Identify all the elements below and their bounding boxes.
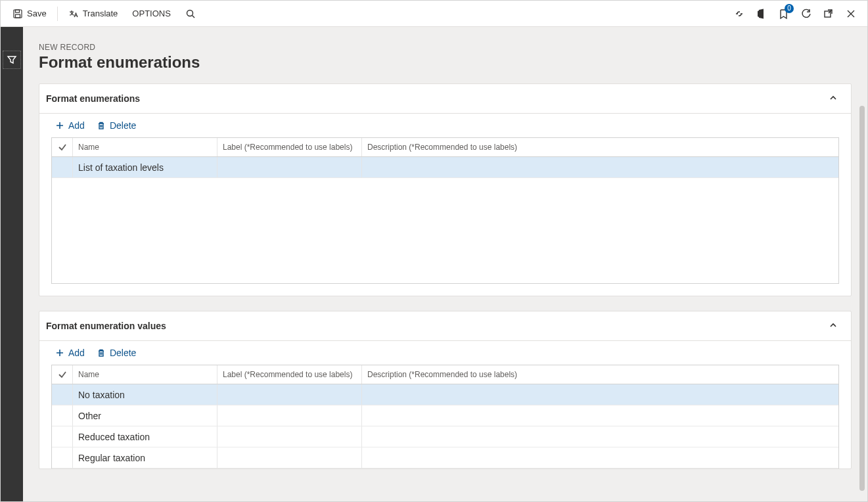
delete-button[interactable]: Delete [97,348,136,358]
cell-label[interactable] [217,426,362,447]
table-row[interactable]: List of taxation levels [52,157,838,178]
column-label[interactable]: Label (*Recommended to use labels) [217,365,362,384]
cell-description[interactable] [362,426,566,447]
cell-label[interactable] [217,157,362,177]
toolbar-left: Save Translate OPTIONS [6,1,202,27]
left-sidebar [1,27,23,501]
supertitle: NEW RECORD [39,43,852,52]
column-description[interactable]: Description (*Recommended to use labels) [362,365,566,384]
row-select-cell[interactable] [52,157,73,177]
table-row[interactable]: Regular taxation [52,447,838,468]
panel-title: Format enumerations [46,93,140,104]
column-select[interactable] [52,138,73,156]
cell-description[interactable] [362,447,566,468]
panel-header[interactable]: Format enumeration values [39,311,851,341]
table-row[interactable]: No taxation [52,384,838,405]
cell-name[interactable]: Other [73,405,217,426]
panel-toolbar: Add Delete [39,341,851,365]
office-icon[interactable] [756,8,767,20]
cell-description[interactable] [362,157,566,177]
save-label: Save [27,9,47,18]
cell-name[interactable]: List of taxation levels [73,157,217,177]
table-row[interactable]: Reduced taxation [52,426,838,447]
translate-button[interactable]: Translate [62,1,125,27]
add-label: Add [68,348,85,358]
notifications-icon[interactable]: 0 [778,8,790,20]
column-name[interactable]: Name [73,365,217,384]
cell-name[interactable]: No taxation [73,384,217,405]
cell-label[interactable] [217,405,362,426]
row-select-cell[interactable] [52,384,73,405]
close-icon[interactable] [845,8,857,20]
grid-header: Name Label (*Recommended to use labels) … [52,138,838,157]
translate-label: Translate [83,9,118,18]
options-label: OPTIONS [132,9,171,18]
svg-point-3 [187,10,193,16]
scrollbar[interactable] [859,106,865,491]
app-window: Save Translate OPTIONS [0,0,868,502]
cell-label[interactable] [217,384,362,405]
grid-body: List of taxation levels [52,157,838,283]
delete-label: Delete [110,120,136,131]
row-select-cell[interactable] [52,405,73,426]
app-toolbar: Save Translate OPTIONS [1,1,867,27]
panel-header[interactable]: Format enumerations [39,84,851,114]
row-select-cell[interactable] [52,447,73,468]
grid-body: No taxation Other Reduced taxa [52,384,838,468]
grid-header: Name Label (*Recommended to use labels) … [52,365,838,384]
search-button[interactable] [179,1,202,27]
panel-toolbar: Add Delete [39,114,851,137]
column-select[interactable] [52,365,73,384]
refresh-icon[interactable] [800,8,812,20]
panel-format-enumerations: Format enumerations Add Delete [39,83,852,296]
chevron-up-icon[interactable] [829,321,839,331]
body-area: NEW RECORD Format enumerations Format en… [1,27,867,501]
delete-button[interactable]: Delete [97,120,136,131]
notification-badge: 0 [785,4,794,13]
column-label[interactable]: Label (*Recommended to use labels) [217,138,362,156]
column-name[interactable]: Name [73,138,217,156]
add-label: Add [68,120,85,131]
cell-description[interactable] [362,405,566,426]
link-icon[interactable] [733,8,745,20]
page-title: Format enumerations [39,53,852,72]
panel-title: Format enumeration values [46,321,166,331]
add-button[interactable]: Add [55,348,85,358]
delete-label: Delete [110,348,136,358]
content-area: NEW RECORD Format enumerations Format en… [23,27,867,501]
table-row[interactable]: Other [52,405,838,426]
cell-name[interactable]: Regular taxation [73,447,217,468]
row-select-cell[interactable] [52,426,73,447]
chevron-up-icon[interactable] [829,93,839,104]
toolbar-separator [57,7,58,21]
toolbar-right: 0 [733,8,862,20]
svg-rect-0 [14,10,22,18]
add-button[interactable]: Add [55,120,85,131]
svg-rect-1 [16,10,20,12]
search-icon [185,9,196,19]
grid-format-enumeration-values: Name Label (*Recommended to use labels) … [51,365,839,468]
options-button[interactable]: OPTIONS [126,1,177,27]
popout-icon[interactable] [823,8,834,20]
column-description[interactable]: Description (*Recommended to use labels) [362,138,566,156]
grid-format-enumerations: Name Label (*Recommended to use labels) … [51,137,839,284]
cell-label[interactable] [217,447,362,468]
save-icon [12,9,23,19]
cell-name[interactable]: Reduced taxation [73,426,217,447]
cell-description[interactable] [362,384,566,405]
svg-rect-2 [16,14,20,18]
grid-empty-space [52,178,838,283]
panel-format-enumeration-values: Format enumeration values Add Delete [39,311,852,469]
filter-button[interactable] [3,51,21,69]
translate-icon [68,9,79,19]
save-button[interactable]: Save [6,1,53,27]
